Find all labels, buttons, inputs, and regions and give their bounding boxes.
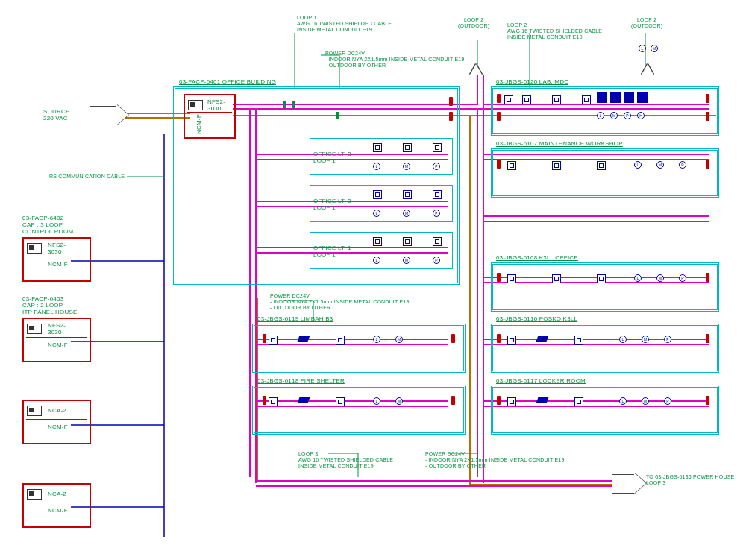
side-panel-3-model: NCA-2 — [48, 491, 66, 497]
dot-h: H — [637, 112, 645, 119]
dot-m: M — [395, 397, 403, 405]
device-icon — [403, 190, 412, 199]
rp1 — [491, 148, 719, 198]
device-icon — [522, 95, 531, 104]
dot-l: L — [373, 336, 380, 343]
dot-m: M — [651, 45, 658, 52]
rp4 — [491, 386, 719, 435]
device-icon — [507, 336, 516, 345]
side-panel-0: NFS2- 3030 NCM-F — [22, 237, 91, 282]
device-icon — [552, 274, 561, 283]
dot-l: L — [597, 112, 604, 119]
main-panel-tag: 03-FACP-6401 OFFICE BUILDING — [179, 78, 276, 85]
office-lt3-label: OFFICE LT. 3 LOOP 1 — [313, 151, 351, 164]
tick-icon — [292, 101, 295, 108]
side-panel-0-title: 03-FACP-6402 CAP : 3 LOOP CONTROL ROOM — [22, 215, 73, 235]
strobe-icon — [497, 94, 501, 103]
rp3-tag: 03-JBGS-6116 POSKO K3LL — [496, 315, 577, 322]
device-solid-icon — [637, 92, 648, 103]
note-power-bot: POWER DC24V - INDOOR NYA 2X1.5mm INSIDE … — [425, 451, 565, 469]
strobe-icon — [263, 396, 266, 405]
side-panel-1: NFS2- 3030 NCM-F — [22, 318, 91, 362]
dot-p: P — [664, 336, 671, 343]
device-icon — [574, 336, 583, 345]
device-icon — [336, 336, 345, 345]
to-powerhouse-label: TO 03-JBGS-6130 POWER HOUSE LOOP 3 — [646, 474, 734, 486]
panel-limbah-tag: 03-JBGS-6119 LIMBAH B3 — [257, 315, 333, 322]
office-lt1-label: OFFICE LT. 1 LOOP 1 — [313, 245, 351, 258]
strobe-icon — [263, 334, 266, 343]
device-icon — [336, 397, 345, 406]
device-icon — [574, 397, 583, 406]
side-panel-0-model: NFS2- 3030 — [48, 242, 66, 255]
device-icon — [433, 237, 442, 246]
detector-icon — [298, 397, 310, 403]
strobe-icon — [497, 396, 501, 405]
facp-model: NFS2- 3030 — [207, 98, 225, 112]
dot-l: L — [373, 163, 380, 170]
side-panel-2: NCA-2 NCM-F — [22, 400, 91, 444]
lcd-icon — [27, 489, 42, 500]
note-power-top: POWER DC24V - INDOOR NYA 2X1.5mm INSIDE … — [325, 51, 465, 69]
panel-fire-tag: 03-JBGS-6118 FIRE SHELTER — [257, 377, 345, 384]
rp3 — [491, 324, 719, 373]
side-panel-3: NCA-2 NCM-F — [22, 483, 91, 528]
strobe-icon — [706, 94, 709, 103]
to-powerhouse-arrow — [612, 474, 635, 494]
side-panel-1-model: NFS2- 3030 — [48, 322, 66, 336]
facp-main: NFS2- 3030 NCM-F — [184, 94, 236, 139]
fire-alarm-system-diagram: { "source": {"label":"SOURCE\n220 VAC"},… — [0, 0, 746, 560]
strobe-icon — [497, 112, 501, 121]
device-icon — [403, 143, 412, 152]
dot-m: M — [642, 397, 649, 405]
rp0-tag: 03-JBGS-6120 LAB. MDC — [496, 78, 568, 85]
device-solid-icon — [624, 92, 634, 103]
strobe-icon — [706, 334, 709, 343]
side-panel-1-title: 03-FACP-6403 CAP : 2 LOOP ITP PANEL HOUS… — [22, 295, 78, 315]
office-lt2-label: OFFICE LT. 2 LOOP 1 — [313, 198, 351, 211]
tick-icon — [336, 112, 339, 119]
dot-m: M — [403, 210, 410, 217]
device-solid-icon — [610, 92, 621, 103]
facp-net: NCM-F — [195, 114, 202, 134]
detector-icon — [298, 336, 310, 342]
dot-m: M — [656, 161, 664, 169]
strobe-icon — [706, 160, 709, 169]
device-icon — [552, 161, 561, 170]
note-loop1: LOOP 1 AWG 16 TWISTED SHIELDED CABLE INS… — [297, 15, 392, 33]
lcd-icon — [27, 406, 42, 416]
dot-l: L — [373, 210, 380, 217]
strobe-icon — [451, 334, 455, 343]
device-icon — [504, 95, 513, 104]
rp4-tag: 03-JBGS-6117 LOCKER ROOM — [496, 377, 586, 384]
source-arrow — [90, 106, 117, 125]
note-loop2-out-right: LOOP 2 (OUTDOOR) — [631, 17, 662, 29]
strobe-icon — [451, 396, 455, 405]
dot-p: P — [679, 161, 686, 169]
device-icon — [269, 336, 278, 345]
dot-m: M — [642, 336, 649, 343]
dot-m: M — [403, 163, 410, 170]
device-icon — [507, 397, 516, 406]
rp2-tag: 03-JBGS-6108 K3LL OFFICE — [496, 254, 578, 261]
dot-p: P — [664, 397, 671, 405]
device-icon — [433, 143, 442, 152]
detector-icon — [536, 397, 549, 403]
strobe-icon — [706, 396, 709, 405]
note-loop3: LOOP 3 AWG 16 TWISTED SHIELDED CABLE INS… — [298, 451, 393, 469]
strobe-icon — [497, 334, 501, 343]
dot-l: L — [619, 397, 627, 405]
dot-l: L — [373, 257, 380, 264]
device-icon — [507, 274, 516, 283]
note-loop2-cable: LOOP 2 AWG 16 TWISTED SHIELDED CABLE INS… — [507, 22, 602, 40]
dot-l: L — [639, 45, 646, 52]
dot-p: P — [624, 112, 631, 119]
to-powerhouse-arrow-head — [634, 473, 646, 494]
note-loop2-out-left: LOOP 2 (OUTDOOR) — [458, 17, 489, 29]
device-icon — [403, 237, 412, 246]
device-icon — [582, 95, 591, 104]
device-icon — [433, 190, 442, 199]
panel-fire — [252, 386, 466, 435]
dot-l: L — [619, 336, 627, 343]
device-icon — [507, 161, 516, 170]
